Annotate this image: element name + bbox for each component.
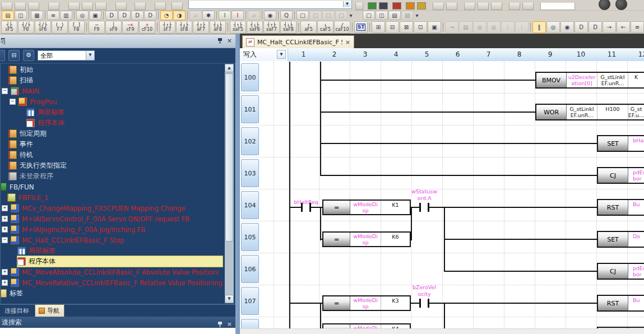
edit-contact-icon[interactable]: ⊞ xyxy=(372,21,385,33)
expand-toggle[interactable]: + xyxy=(2,205,8,211)
tree-item-mc-halt[interactable]: −MC_Halt_CCLinkIEFBasic_F Stop xyxy=(2,235,223,245)
tree-item-unregistered[interactable]: 未登录程序 xyxy=(8,171,223,182)
instruction-block-wor[interactable]: WOR G_stLinkIEF.unR... H100 G_stEF.u... xyxy=(535,104,644,120)
scroll-down-icon[interactable]: ▼ xyxy=(225,295,234,303)
zoom-select-icon[interactable]: Q xyxy=(280,11,293,20)
rung-number[interactable]: 103 xyxy=(241,159,259,187)
parallel-falling-pulse-close-button[interactable]: ┤↓├saF8 xyxy=(280,21,296,34)
tree-item-event[interactable]: 事件 xyxy=(8,139,223,150)
dock-a-icon[interactable]: □ xyxy=(309,11,322,20)
redo-icon[interactable] xyxy=(135,3,146,10)
flag-yellow-icon[interactable] xyxy=(417,2,426,10)
copy-icon[interactable] xyxy=(82,3,93,10)
coil-button[interactable]: ( )F7 xyxy=(52,21,68,34)
tree-item-mc-moverelative[interactable]: +MC_MoveRelative_CCLinkIEFBasic_F Relati… xyxy=(2,277,223,288)
pin-icon[interactable] xyxy=(217,38,223,44)
falling-pulse-close-button[interactable]: ┤↓├aF8 xyxy=(210,21,226,34)
zoom-in-icon[interactable] xyxy=(509,3,520,10)
close-icon[interactable]: × xyxy=(227,37,232,44)
window-tile-icon[interactable]: ◫ xyxy=(376,11,388,20)
scrollbar-thumb[interactable] xyxy=(225,73,233,242)
inline-st-button[interactable]: ST xyxy=(354,21,368,33)
convert-all-icon[interactable] xyxy=(379,2,388,10)
tree-item-fixed-cycle[interactable]: 恒定周期 xyxy=(8,128,223,139)
indent-right-icon[interactable]: → xyxy=(603,21,616,33)
watch-window-icon[interactable]: ◑ xyxy=(173,11,186,20)
device-comment-icon[interactable]: D xyxy=(105,11,118,20)
align-icon[interactable]: ≡ xyxy=(631,21,644,33)
flag-orange-icon[interactable] xyxy=(406,2,415,10)
rung-number[interactable]: 101 xyxy=(241,95,259,123)
find-device-icon[interactable]: ◎ xyxy=(546,21,560,33)
parallel-open-contact-button[interactable]: ┤├sF5 xyxy=(1,21,17,34)
tree-item-mcv-changemapping[interactable]: +MCv_ChangeMapping_FX5CPUEN Mapping Chan… xyxy=(2,203,223,214)
parallel-falling-pulse-button[interactable]: ┤↓├saF6 xyxy=(247,21,263,34)
tree-item-mc-halt-program-body[interactable]: 程序本体 xyxy=(17,256,223,267)
tree-filter-select[interactable]: 全部▼ xyxy=(38,50,95,61)
device-display-icon[interactable]: ◉ xyxy=(264,11,276,20)
delete-mode-icon[interactable]: ⋮ xyxy=(515,21,529,33)
collapse-all-icon[interactable]: ⊟ xyxy=(8,50,20,61)
zoom-level-box[interactable] xyxy=(540,3,575,10)
search-icon[interactable] xyxy=(155,3,166,10)
parallel-rising-pulse-close-button[interactable]: ┤↑├saF7 xyxy=(263,21,280,34)
tree-item-label[interactable]: 标签 xyxy=(1,288,223,299)
rung-number[interactable]: 104 xyxy=(241,191,259,219)
document-tab[interactable]: ⇄ MC_Halt_CCLinkIEFBasic_F St... × xyxy=(242,35,354,48)
label-editor-icon[interactable]: I xyxy=(219,11,231,20)
tree-item-jog-inching[interactable]: +M+IAIJogInching_F_00A Jog/Inching FB xyxy=(2,224,223,235)
undo-icon[interactable] xyxy=(115,3,127,10)
help-icon[interactable] xyxy=(599,0,610,10)
open-contact[interactable] xyxy=(301,203,303,212)
instruction-block-cj[interactable]: CJ pdErrbor xyxy=(597,263,644,280)
monitor-stop-icon[interactable] xyxy=(446,3,457,10)
jump-icon[interactable]: → xyxy=(445,21,458,33)
tree-item-progpou[interactable]: −ProgPou xyxy=(10,96,223,107)
print-icon[interactable] xyxy=(48,3,59,10)
convert-icon[interactable] xyxy=(368,2,377,10)
paste-icon[interactable] xyxy=(95,3,106,10)
collapse-toggle[interactable]: − xyxy=(2,88,8,94)
ladder-canvas[interactable]: 100 101 102 103 104 105 106 107 bHaltReq… xyxy=(240,62,644,334)
scroll-up-icon[interactable]: ▲ xyxy=(225,64,234,72)
open-contact[interactable] xyxy=(419,299,421,308)
tree-item-program-body[interactable]: 程序本体 xyxy=(26,118,223,128)
parallel-rising-pulse-button[interactable]: ┤↑├saF5 xyxy=(230,21,246,34)
rung-number[interactable]: 100 xyxy=(241,63,259,91)
device-register-icon[interactable]: D xyxy=(131,11,143,20)
closed-contact-button[interactable]: ┤/├F6 xyxy=(18,21,34,34)
tab-connection-target[interactable]: 连接目标 xyxy=(0,305,35,317)
instruction-block-set[interactable]: SET Do xyxy=(597,231,644,248)
parameter-icon[interactable]: ▱ xyxy=(189,11,202,20)
copy-list-icon[interactable]: ▤ xyxy=(459,21,472,33)
open-contact[interactable] xyxy=(419,203,421,212)
tree-item-no-exec-type[interactable]: 无执行类型指定 xyxy=(8,160,223,171)
combo-dropdown-icon[interactable] xyxy=(355,3,363,10)
tree-item-servo-control[interactable]: +M+IAIServoControl_F_00A Servo ON/OFF re… xyxy=(2,214,223,224)
screen-find-icon[interactable]: □ xyxy=(296,11,309,20)
run-icon[interactable] xyxy=(464,3,475,10)
expand-toggle[interactable]: + xyxy=(2,280,8,286)
tree-item-standby[interactable]: 待机 xyxy=(8,150,223,160)
pause-icon[interactable] xyxy=(478,3,489,10)
open-contact[interactable] xyxy=(428,299,429,308)
tree-item-mc-halt-local-label[interactable]: 局部标签 xyxy=(17,245,223,256)
delete-horizontal-line-button[interactable]: ─×cF9 xyxy=(122,21,138,34)
compare-block[interactable]: = wModeDisp K3 xyxy=(322,295,411,311)
note-edit-icon[interactable]: ⊟ xyxy=(386,21,399,33)
clock-setting-icon[interactable]: ◔ xyxy=(160,11,173,20)
dock-c-icon[interactable]: □ xyxy=(335,11,348,20)
rung-number[interactable]: 106 xyxy=(241,255,259,283)
open-contact[interactable] xyxy=(428,203,429,212)
mode-dropdown-icon[interactable]: ▼ xyxy=(277,50,286,59)
module-parameter-icon[interactable]: ✱ xyxy=(202,11,215,20)
module-tool-icon[interactable]: ◫ xyxy=(15,11,27,20)
statement-grid-icon[interactable]: ⊡ xyxy=(414,21,427,33)
cut-toolbar-icon[interactable] xyxy=(0,50,5,61)
panel-splitter[interactable] xyxy=(235,34,240,334)
instruction-block-rst[interactable]: RST Bu xyxy=(597,199,644,216)
instruction-block-set[interactable]: SET bHal xyxy=(597,135,644,152)
rising-pulse-close-button[interactable]: ┤↑├aF7 xyxy=(193,21,209,34)
find-prev-icon[interactable]: ◎ xyxy=(473,21,487,33)
tree-item-fbfile1[interactable]: FBFILE_1 xyxy=(7,192,223,203)
